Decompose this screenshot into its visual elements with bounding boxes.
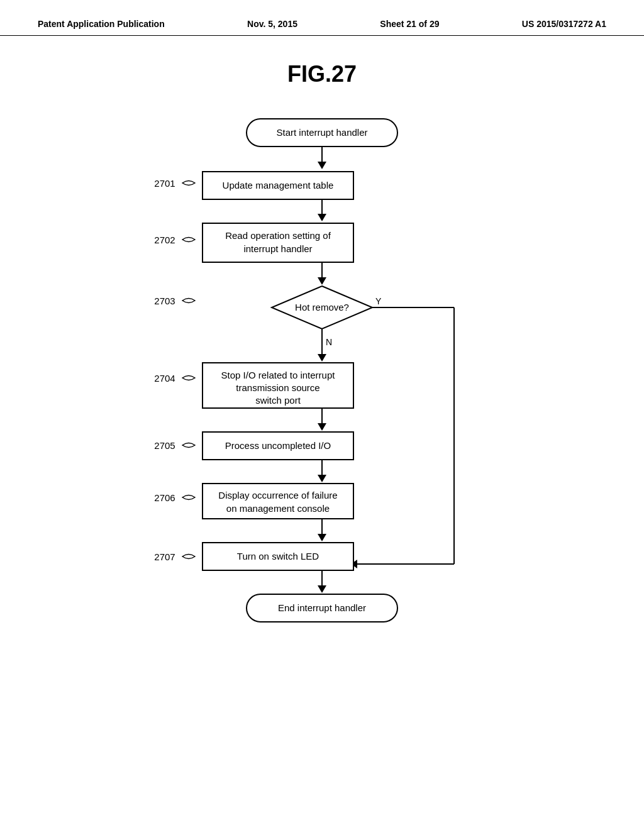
svg-marker-24 (318, 534, 326, 541)
page-header: Patent Application Publication Nov. 5, 2… (0, 0, 644, 36)
page: Patent Application Publication Nov. 5, 2… (0, 0, 644, 830)
svg-marker-8 (318, 277, 326, 285)
sheet-label: Sheet 21 of 29 (380, 19, 439, 29)
ref-2704: 2704 (154, 373, 175, 384)
start-node-text: Start interrupt handler (276, 127, 367, 138)
hot-remove-text: Hot remove? (295, 302, 349, 313)
flowchart-diagram: Start interrupt handler 2701 Update mana… (102, 113, 542, 678)
svg-marker-2 (318, 162, 326, 169)
svg-marker-27 (318, 585, 326, 593)
yes-label: Y (375, 296, 382, 306)
ref-2701: 2701 (154, 178, 175, 189)
svg-marker-11 (318, 354, 326, 362)
svg-rect-6 (203, 223, 353, 262)
publication-label: Patent Application Publication (38, 19, 165, 29)
figure-title: FIG.27 (0, 61, 644, 87)
svg-marker-18 (318, 423, 326, 431)
ref-2707: 2707 (154, 551, 175, 562)
turn-on-led-text: Turn on switch LED (237, 551, 319, 562)
update-mgmt-table-text: Update management table (223, 180, 334, 191)
svg-marker-5 (318, 214, 326, 221)
read-op-setting-line2: interrupt handler (243, 243, 312, 254)
svg-marker-21 (318, 475, 326, 482)
ref-2706: 2706 (154, 492, 175, 503)
ref-2705: 2705 (154, 440, 175, 451)
read-op-setting-line1: Read operation setting of (225, 230, 331, 241)
no-label: N (326, 337, 332, 347)
end-node-text: End interrupt handler (278, 602, 366, 613)
ref-2703: 2703 (154, 296, 175, 306)
display-failure-line1: Display occurrence of failure (218, 490, 337, 501)
stop-io-line2: transmission source (236, 382, 319, 393)
stop-io-line3: switch port (255, 395, 301, 406)
date-label: Nov. 5, 2015 (247, 19, 297, 29)
process-uncompleted-text: Process uncompleted I/O (225, 440, 331, 451)
display-failure-line2: on management console (226, 503, 330, 514)
patent-number-label: US 2015/0317272 A1 (522, 19, 606, 29)
ref-2702: 2702 (154, 235, 175, 245)
stop-io-line1: Stop I/O related to interrupt (221, 370, 336, 380)
